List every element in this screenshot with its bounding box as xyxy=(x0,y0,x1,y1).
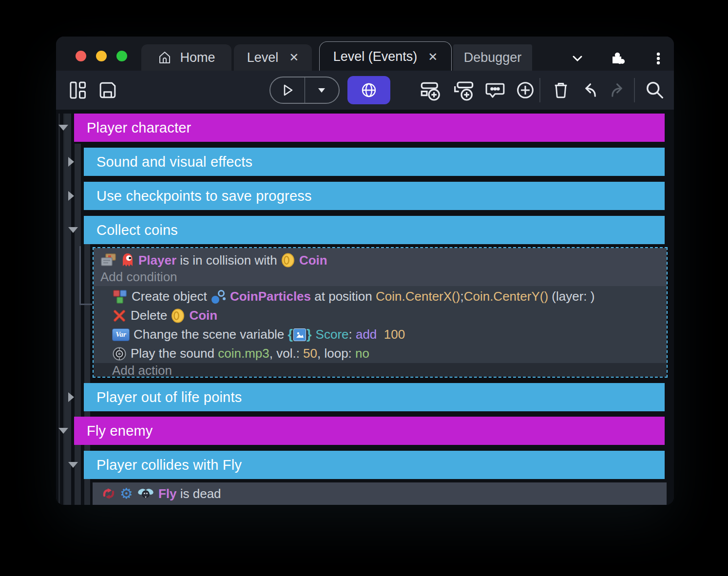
tab-label: Home xyxy=(180,50,215,65)
indent-guide xyxy=(75,144,81,505)
traffic-zoom-button[interactable] xyxy=(116,51,127,61)
text-segment: CoinParticles xyxy=(230,289,311,304)
conditions-zone[interactable]: Player is in collision with CoinAdd cond… xyxy=(94,248,667,286)
close-icon[interactable]: ✕ xyxy=(425,50,438,64)
redo-icon[interactable] xyxy=(608,79,629,101)
traffic-minimize-button[interactable] xyxy=(96,51,107,61)
events-sheet: Player characterSound and visual effects… xyxy=(56,110,674,505)
add-subevent-icon[interactable] xyxy=(452,78,475,102)
expand-arrow-icon[interactable] xyxy=(68,392,74,402)
add-action-link[interactable]: Add action xyxy=(112,363,172,378)
group-label: Use checkpoints to save progress xyxy=(84,188,312,204)
text-segment: , loop: xyxy=(317,346,355,361)
text-segment: Delete xyxy=(131,308,171,323)
extensions-puzzle-icon[interactable] xyxy=(608,50,625,67)
tab-level-events[interactable]: Level (Events) ✕ xyxy=(319,41,452,72)
connector-line xyxy=(79,246,81,305)
text-segment: Coin xyxy=(189,308,217,323)
app-window: Home Level ✕ Level (Events) ✕ Debugger xyxy=(56,37,674,505)
group-label: Collect coins xyxy=(84,222,178,238)
text-segment: coin.mp3 xyxy=(218,346,269,361)
condition-line[interactable]: Player is in collision with Coin xyxy=(100,251,327,269)
connector-line xyxy=(79,304,92,305)
tab-bar: Home Level ✕ Level (Events) ✕ Debugger xyxy=(56,37,674,71)
expand-arrow-icon[interactable] xyxy=(68,191,74,201)
audio-icon xyxy=(112,346,127,362)
text-segment: Change the scene variable xyxy=(134,327,288,342)
text-segment: is in collision with xyxy=(176,253,281,268)
play-button[interactable] xyxy=(270,77,305,103)
event-group-row[interactable]: Collect coins xyxy=(84,216,665,244)
save-icon[interactable] xyxy=(97,80,118,100)
event-group-row[interactable]: Player collides with Fly xyxy=(84,451,665,479)
preview-globe-button[interactable] xyxy=(347,76,390,104)
group-label: Fly enemy xyxy=(74,423,153,439)
event-group-row[interactable]: Use checkpoints to save progress xyxy=(84,182,665,210)
add-circle-icon[interactable] xyxy=(514,79,536,101)
tab-label: Level (Events) xyxy=(333,49,418,64)
text-segment: Play the sound xyxy=(131,346,218,361)
add-action-row[interactable]: Add action xyxy=(94,363,667,378)
text-segment: Create object xyxy=(132,289,211,304)
group-label: Player character xyxy=(74,120,191,136)
collapse-arrow-icon[interactable] xyxy=(68,227,78,233)
divider xyxy=(634,78,635,102)
event-group-row[interactable]: Player character xyxy=(74,114,665,142)
scene-variable-badge: {} xyxy=(288,327,312,343)
group-label: Player out of life points xyxy=(84,389,242,405)
event-group-row[interactable]: Sound and visual effects xyxy=(84,148,665,176)
expand-arrow-icon[interactable] xyxy=(68,157,74,167)
traffic-close-button[interactable] xyxy=(76,51,86,61)
delete-icon xyxy=(112,308,127,324)
text-segment: (layer: ) xyxy=(548,289,594,304)
action-line[interactable]: Play the sound coin.mp3, vol.: 50, loop:… xyxy=(112,344,369,363)
action-line[interactable]: Delete Coin xyxy=(112,306,217,325)
text-segment: add xyxy=(356,327,377,342)
add-event-icon[interactable] xyxy=(419,78,442,102)
add-condition-link[interactable]: Add condition xyxy=(100,269,177,285)
globe-icon xyxy=(360,81,378,99)
text-segment: 100 xyxy=(384,327,405,342)
search-icon[interactable] xyxy=(644,79,666,101)
coin-icon xyxy=(281,252,295,268)
gear-icon: ⚙ xyxy=(120,486,133,501)
tab-level[interactable]: Level ✕ xyxy=(234,44,312,71)
play-dropdown-caret-icon[interactable] xyxy=(305,77,339,103)
tab-label: Level xyxy=(247,50,279,65)
event-group-row[interactable]: Player out of life points xyxy=(84,383,665,411)
event-block-selected[interactable]: Player is in collision with CoinAdd cond… xyxy=(93,247,668,378)
actions-zone[interactable]: Create object CoinParticles at position … xyxy=(94,286,667,363)
behavior-icon xyxy=(101,486,116,501)
panels-layout-icon[interactable] xyxy=(68,80,89,100)
kebab-menu-icon[interactable] xyxy=(650,50,667,67)
indent-guide xyxy=(65,114,71,505)
particles-icon xyxy=(211,289,226,305)
cubes-icon xyxy=(112,289,128,305)
collapse-arrow-icon[interactable] xyxy=(58,428,68,434)
collapse-arrow-icon[interactable] xyxy=(68,462,78,468)
tab-debugger[interactable]: Debugger xyxy=(453,44,532,71)
text-segment: Fly xyxy=(158,486,177,501)
action-line[interactable]: Create object CoinParticles at position … xyxy=(112,287,594,306)
group-label: Sound and visual effects xyxy=(84,154,252,170)
event-group-row[interactable]: Fly enemy xyxy=(74,417,665,445)
trash-icon[interactable] xyxy=(550,79,572,101)
text-segment: ; xyxy=(460,289,463,304)
event-condition-row[interactable]: ⚙Fly is dead xyxy=(93,482,667,505)
text-segment: Score xyxy=(316,327,349,342)
action-line[interactable]: VarChange the scene variable {}Score: ad… xyxy=(112,325,405,344)
text-segment: , vol.: xyxy=(269,346,303,361)
tab-home[interactable]: Home xyxy=(141,44,231,71)
divider xyxy=(539,78,540,102)
chevron-down-icon[interactable] xyxy=(569,50,586,67)
text-segment: Coin xyxy=(299,253,327,268)
add-comment-icon[interactable] xyxy=(484,79,506,101)
text-segment: no xyxy=(355,346,369,361)
text-segment: is dead xyxy=(176,486,221,501)
tab-label: Debugger xyxy=(464,50,522,65)
close-icon[interactable]: ✕ xyxy=(286,51,299,64)
collapse-arrow-icon[interactable] xyxy=(58,125,68,131)
undo-icon[interactable] xyxy=(578,79,600,101)
text-segment: Coin.CenterX() xyxy=(376,289,460,304)
toolbar xyxy=(56,71,674,110)
